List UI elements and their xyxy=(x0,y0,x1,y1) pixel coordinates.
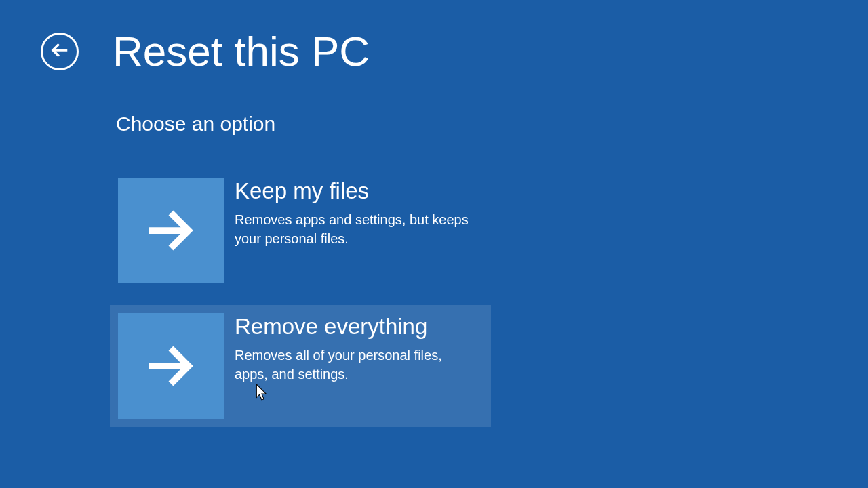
arrow-right-icon xyxy=(118,313,224,419)
option-title: Keep my files xyxy=(235,178,479,205)
option-keep-my-files[interactable]: Keep my files Removes apps and settings,… xyxy=(110,169,491,291)
option-description: Removes apps and settings, but keeps you… xyxy=(235,210,479,248)
option-description: Removes all of your personal files, apps… xyxy=(235,346,479,384)
options-list: Keep my files Removes apps and settings,… xyxy=(110,169,868,427)
option-text: Keep my files Removes apps and settings,… xyxy=(224,178,479,283)
option-remove-everything[interactable]: Remove everything Removes all of your pe… xyxy=(110,305,491,427)
arrow-right-icon xyxy=(118,178,224,283)
page-title: Reset this PC xyxy=(113,27,370,75)
option-text: Remove everything Removes all of your pe… xyxy=(224,313,479,419)
back-button[interactable] xyxy=(41,33,79,70)
back-arrow-icon xyxy=(50,40,70,63)
header: Reset this PC xyxy=(0,0,868,75)
subtitle: Choose an option xyxy=(116,113,868,136)
option-title: Remove everything xyxy=(235,313,479,340)
